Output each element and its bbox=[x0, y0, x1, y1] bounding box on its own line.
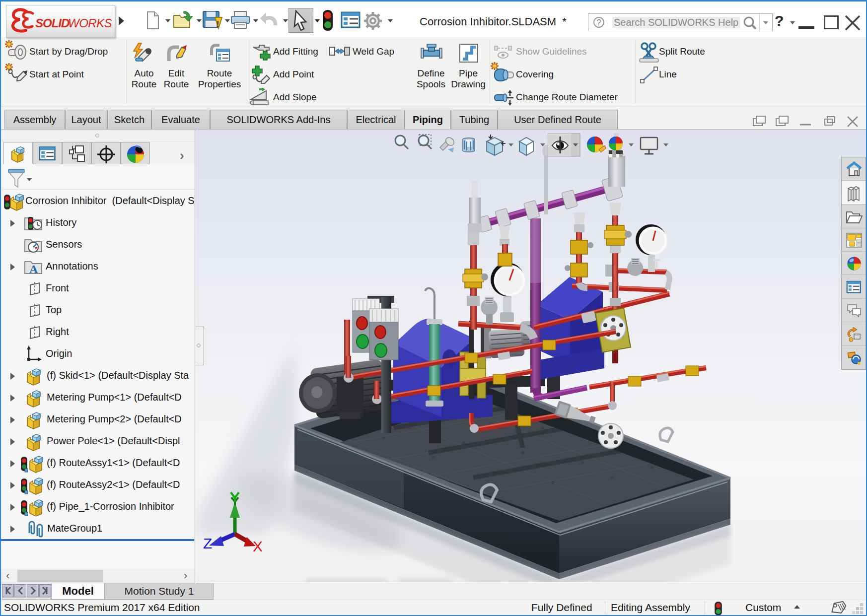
svg-text:Z: Z bbox=[203, 535, 212, 551]
svg-text:X: X bbox=[253, 538, 263, 554]
svg-text:A: A bbox=[29, 263, 38, 275]
svg-text:!: ! bbox=[217, 20, 219, 28]
svg-text:WORKS: WORKS bbox=[68, 16, 112, 30]
svg-text:SOLID: SOLID bbox=[35, 16, 70, 30]
